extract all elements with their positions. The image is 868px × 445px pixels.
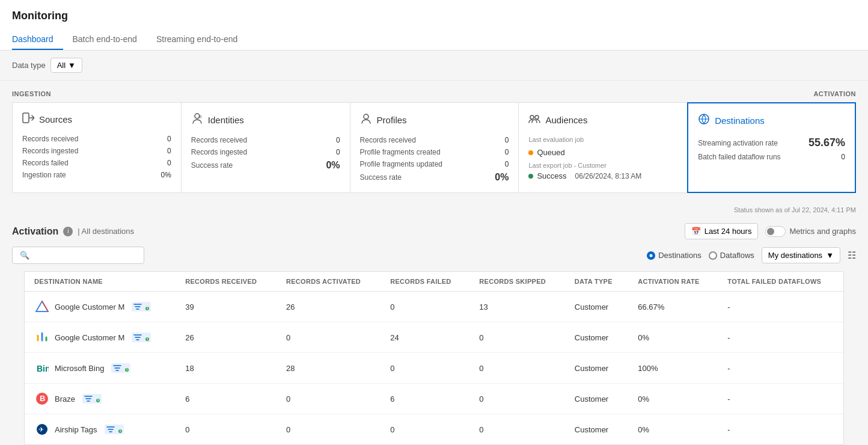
records-skipped-cell: 0 <box>469 353 565 384</box>
records-skipped-cell: 0 <box>469 384 565 414</box>
tab-streaming[interactable]: Streaming end-to-end <box>147 29 247 50</box>
dest-cell: Google Customer M <box>34 330 166 345</box>
dest-name-cell: ✈ Airship Tags <box>25 414 176 445</box>
dataflows-radio-button[interactable] <box>709 251 717 260</box>
dest-cell: Google Customer M <box>34 299 166 315</box>
profiles-card[interactable]: Profiles Records received 0 Profile frag… <box>350 102 519 193</box>
filter-tag-icon[interactable] <box>105 425 124 434</box>
records-received-cell: 0 <box>176 414 277 445</box>
sources-label-0: Records received <box>22 135 78 143</box>
profiles-value-0: 0 <box>505 136 509 144</box>
data-type-label: Data type <box>12 61 46 70</box>
data-type-cell: Customer <box>565 353 628 384</box>
sources-row-1: Records ingested 0 <box>22 147 171 155</box>
dataflows-radio[interactable]: Dataflows <box>709 251 754 260</box>
dest-cell: ✈ Airship Tags <box>34 422 166 437</box>
records-activated-cell: 26 <box>277 292 381 322</box>
profiles-title: Profiles <box>377 115 407 125</box>
profiles-card-header: Profiles <box>360 112 509 127</box>
search-box[interactable]: 🔍 <box>12 247 144 264</box>
destinations-radio[interactable]: Destinations <box>647 251 701 260</box>
identities-icon <box>191 112 203 127</box>
activation-header: Activation i | All destinations 📅 Last 2… <box>12 223 856 239</box>
page-title: Monitoring <box>12 10 856 22</box>
identities-row-1: Records ingested 0 <box>191 148 340 156</box>
my-destinations-dropdown[interactable]: My destinations ▼ <box>762 247 840 263</box>
destinations-streaming-value: 55.67% <box>808 137 845 149</box>
filter-tag-icon[interactable] <box>82 394 102 404</box>
destinations-streaming-label: Streaming activation rate <box>698 139 778 147</box>
destinations-batch-value: 0 <box>841 153 845 161</box>
filter-tag-icon[interactable] <box>111 363 130 373</box>
search-input[interactable] <box>34 251 130 260</box>
metrics-button[interactable]: Metrics and graphs <box>765 226 856 237</box>
identities-card[interactable]: Identities Records received 0 Records in… <box>181 102 350 193</box>
dest-name-text: Airship Tags <box>55 425 97 434</box>
identities-label-2: Success rate <box>191 161 233 170</box>
data-type-cell: Customer <box>565 384 628 414</box>
profiles-label-0: Records received <box>360 136 416 144</box>
destinations-table-container: DESTINATION NAME RECORDS RECEIVED RECORD… <box>24 271 844 445</box>
records-failed-cell: 0 <box>381 292 469 322</box>
sources-icon <box>22 112 34 126</box>
records-skipped-cell: 0 <box>469 322 565 353</box>
table-row[interactable]: Bing Microsoft Bing 18 28 0 0 Customer 1… <box>25 353 843 384</box>
identities-label-1: Records ingested <box>191 148 247 156</box>
destinations-card[interactable]: Destinations Streaming activation rate 5… <box>687 102 856 193</box>
table-row[interactable]: Google Customer M 26 0 24 0 Customer 0% … <box>25 322 843 353</box>
sources-card[interactable]: Sources Records received 0 Records inges… <box>12 102 181 193</box>
records-received-cell: 39 <box>176 292 277 322</box>
profiles-label-1: Profile fragments created <box>360 148 441 156</box>
audiences-queued-text: Queued <box>537 148 564 157</box>
dest-name-cell: Bing Microsoft Bing <box>25 353 176 384</box>
table-row[interactable]: Google Customer M 39 26 0 13 Customer 66… <box>25 292 843 322</box>
records-failed-cell: 0 <box>381 414 469 445</box>
info-icon[interactable]: i <box>63 227 73 236</box>
audiences-card-header: Audiences <box>528 112 677 127</box>
destinations-batch-label: Batch failed dataflow runs <box>698 153 780 161</box>
sources-label-1: Records ingested <box>22 147 78 155</box>
destinations-radio-label: Destinations <box>658 251 701 260</box>
filter-tag-icon[interactable] <box>132 333 151 342</box>
sources-card-header: Sources <box>22 112 171 126</box>
records-received-cell: 6 <box>176 384 277 414</box>
audiences-icon <box>528 112 540 127</box>
audiences-card[interactable]: Audiences Last evaluation job Queued Las… <box>518 102 687 193</box>
metrics-label: Metrics and graphs <box>789 227 856 236</box>
tab-dashboard[interactable]: Dashboard <box>12 29 63 50</box>
dest-logo-airship: ✈ <box>34 422 50 437</box>
destinations-card-header: Destinations <box>698 113 845 128</box>
col-records-failed: RECORDS FAILED <box>381 272 469 292</box>
success-dot <box>528 174 533 179</box>
dataflows-radio-label: Dataflows <box>720 251 754 260</box>
identities-card-header: Identities <box>191 112 340 127</box>
activation-section: Activation i | All destinations 📅 Last 2… <box>0 213 868 445</box>
svg-text:Bing: Bing <box>37 364 49 373</box>
metrics-toggle[interactable] <box>765 226 786 237</box>
table-row[interactable]: ✈ Airship Tags 0 0 0 0 Customer 0% - <box>25 414 843 445</box>
svg-point-3 <box>530 115 534 119</box>
profiles-row-2: Profile fragments updated 0 <box>360 160 509 168</box>
activation-controls: 📅 Last 24 hours Metrics and graphs <box>685 223 856 239</box>
page-header: Monitoring Dashboard Batch end-to-end St… <box>0 0 868 51</box>
activation-rate-cell: 0% <box>628 384 718 414</box>
records-skipped-cell: 13 <box>469 292 565 322</box>
time-range-button[interactable]: 📅 Last 24 hours <box>685 223 759 239</box>
data-type-dropdown[interactable]: All ▼ <box>50 58 82 73</box>
svg-point-2 <box>364 114 368 119</box>
filter-tag-icon[interactable] <box>132 302 151 312</box>
dest-logo-google-ads <box>34 299 50 315</box>
sources-row-2: Records failed 0 <box>22 159 171 167</box>
grid-view-icon[interactable]: ☷ <box>848 250 856 261</box>
sources-row-0: Records received 0 <box>22 135 171 143</box>
table-row[interactable]: B Braze 6 0 6 0 Customer 0% - <box>25 384 843 414</box>
tab-batch[interactable]: Batch end-to-end <box>63 29 147 50</box>
failed-dataflows-cell: - <box>718 384 843 414</box>
destinations-streaming-row: Streaming activation rate 55.67% <box>698 137 845 149</box>
failed-dataflows-cell: - <box>718 353 843 384</box>
filter-row: 🔍 Destinations Dataflows My destinations… <box>12 247 856 264</box>
all-destinations-filter: | All destinations <box>78 227 134 236</box>
tabs-bar: Dashboard Batch end-to-end Streaming end… <box>12 29 856 50</box>
destinations-radio-button[interactable] <box>647 251 655 260</box>
activation-title-group: Activation i | All destinations <box>12 226 134 237</box>
